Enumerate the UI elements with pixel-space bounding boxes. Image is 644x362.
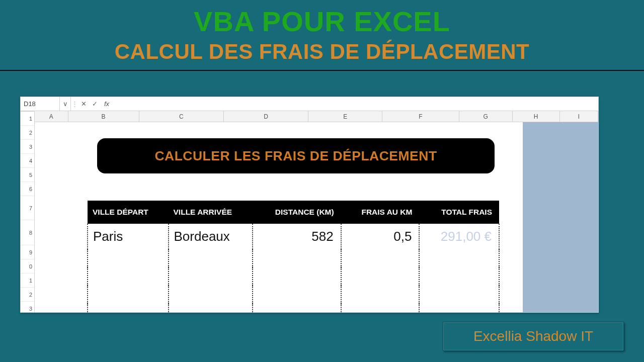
col-header[interactable]: D bbox=[224, 111, 308, 122]
col-header[interactable]: F bbox=[382, 111, 459, 122]
name-box[interactable]: D18 bbox=[21, 97, 60, 111]
credit-badge: Excellia Shadow IT bbox=[443, 322, 624, 351]
row-header[interactable]: 0 bbox=[21, 259, 34, 274]
row-header[interactable]: 9 bbox=[21, 245, 34, 259]
table-row bbox=[88, 267, 499, 286]
formula-bar-separator: ⋮ bbox=[71, 100, 78, 108]
sheet-area[interactable]: A B C D E F G H I CALCULER LES FRAIS DE … bbox=[35, 111, 598, 312]
row-header[interactable]: 3 bbox=[21, 140, 34, 154]
col-header[interactable]: I bbox=[560, 111, 598, 122]
expense-table: VILLE DÉPART VILLE ARRIVÉE DISTANCE (KM)… bbox=[87, 201, 500, 312]
cell-distance[interactable]: 582 bbox=[253, 224, 341, 249]
formula-bar: D18 ∨ ⋮ ✕ ✓ fx bbox=[21, 97, 598, 111]
empty-cell[interactable] bbox=[419, 286, 499, 304]
header-divider bbox=[0, 70, 644, 71]
empty-cell[interactable] bbox=[341, 286, 420, 304]
col-header[interactable]: C bbox=[139, 111, 224, 122]
empty-cell[interactable] bbox=[341, 249, 420, 267]
col-header[interactable]: H bbox=[513, 111, 560, 122]
empty-cell[interactable] bbox=[88, 286, 169, 304]
th-arrivee: VILLE ARRIVÉE bbox=[169, 201, 253, 224]
fx-icon[interactable]: fx bbox=[100, 100, 113, 108]
th-distance: DISTANCE (KM) bbox=[253, 201, 341, 224]
header-block: VBA POUR EXCEL CALCUL DES FRAIS DE DÉPLA… bbox=[0, 0, 644, 71]
table-header-row: VILLE DÉPART VILLE ARRIVÉE DISTANCE (KM)… bbox=[88, 201, 499, 224]
column-selection-highlight bbox=[523, 122, 598, 312]
empty-cell[interactable] bbox=[253, 267, 341, 286]
row-header[interactable]: 1 bbox=[21, 112, 34, 126]
th-total: TOTAL FRAIS bbox=[419, 201, 499, 224]
empty-cell[interactable] bbox=[253, 286, 341, 304]
spreadsheet-grid: 1 2 3 4 5 6 7 8 9 0 1 2 3 A B C D E F G … bbox=[21, 111, 598, 312]
title-main: VBA POUR EXCEL bbox=[0, 5, 644, 38]
empty-cell[interactable] bbox=[341, 304, 420, 312]
table-row bbox=[88, 249, 499, 267]
title-sub: CALCUL DES FRAIS DE DÉPLACEMENT bbox=[0, 40, 644, 64]
table-row: Paris Bordeaux 582 0,5 291,00 € bbox=[88, 224, 499, 249]
row-header[interactable]: 7 bbox=[21, 196, 34, 220]
empty-cell[interactable] bbox=[341, 267, 420, 286]
empty-cell[interactable] bbox=[169, 286, 253, 304]
empty-cell[interactable] bbox=[169, 304, 253, 312]
col-header[interactable]: B bbox=[68, 111, 139, 122]
cell-depart[interactable]: Paris bbox=[88, 224, 169, 249]
excel-window: D18 ∨ ⋮ ✕ ✓ fx 1 2 3 4 5 6 7 8 9 0 1 2 3… bbox=[20, 97, 599, 313]
col-header[interactable]: G bbox=[459, 111, 513, 122]
cells-canvas[interactable]: CALCULER LES FRAIS DE DÉPLACEMENT VILLE … bbox=[35, 122, 598, 312]
empty-cell[interactable] bbox=[169, 249, 253, 267]
cell-frais-km[interactable]: 0,5 bbox=[341, 224, 420, 249]
calculate-button[interactable]: CALCULER LES FRAIS DE DÉPLACEMENT bbox=[97, 138, 495, 173]
confirm-icon[interactable]: ✓ bbox=[89, 100, 100, 108]
row-header[interactable]: 6 bbox=[21, 182, 34, 196]
row-header[interactable]: 2 bbox=[21, 288, 34, 302]
cancel-icon[interactable]: ✕ bbox=[78, 100, 89, 108]
row-header[interactable]: 2 bbox=[21, 126, 34, 140]
formula-input[interactable] bbox=[113, 97, 598, 111]
empty-cell[interactable] bbox=[419, 304, 499, 312]
empty-cell[interactable] bbox=[253, 304, 341, 312]
row-header[interactable]: 1 bbox=[21, 274, 34, 288]
row-header[interactable]: 4 bbox=[21, 154, 34, 168]
col-header[interactable]: E bbox=[308, 111, 382, 122]
th-depart: VILLE DÉPART bbox=[88, 201, 169, 224]
cell-arrivee[interactable]: Bordeaux bbox=[169, 224, 253, 249]
table-row bbox=[88, 304, 499, 312]
row-header-gutter: 1 2 3 4 5 6 7 8 9 0 1 2 3 bbox=[21, 111, 35, 312]
row-header[interactable]: 5 bbox=[21, 168, 34, 182]
empty-cell[interactable] bbox=[88, 249, 169, 267]
table-row bbox=[88, 286, 499, 304]
empty-cell[interactable] bbox=[419, 249, 499, 267]
empty-cell[interactable] bbox=[253, 249, 341, 267]
empty-cell[interactable] bbox=[419, 267, 499, 286]
cell-total[interactable]: 291,00 € bbox=[419, 224, 499, 249]
col-header[interactable]: A bbox=[35, 111, 68, 122]
name-box-dropdown-icon[interactable]: ∨ bbox=[60, 97, 71, 111]
empty-cell[interactable] bbox=[88, 304, 169, 312]
column-headers: A B C D E F G H I bbox=[35, 111, 598, 122]
th-frais-km: FRAIS AU KM bbox=[341, 201, 420, 224]
empty-cell[interactable] bbox=[88, 267, 169, 286]
row-header[interactable]: 8 bbox=[21, 220, 34, 245]
empty-cell[interactable] bbox=[169, 267, 253, 286]
row-header[interactable]: 3 bbox=[21, 302, 34, 313]
